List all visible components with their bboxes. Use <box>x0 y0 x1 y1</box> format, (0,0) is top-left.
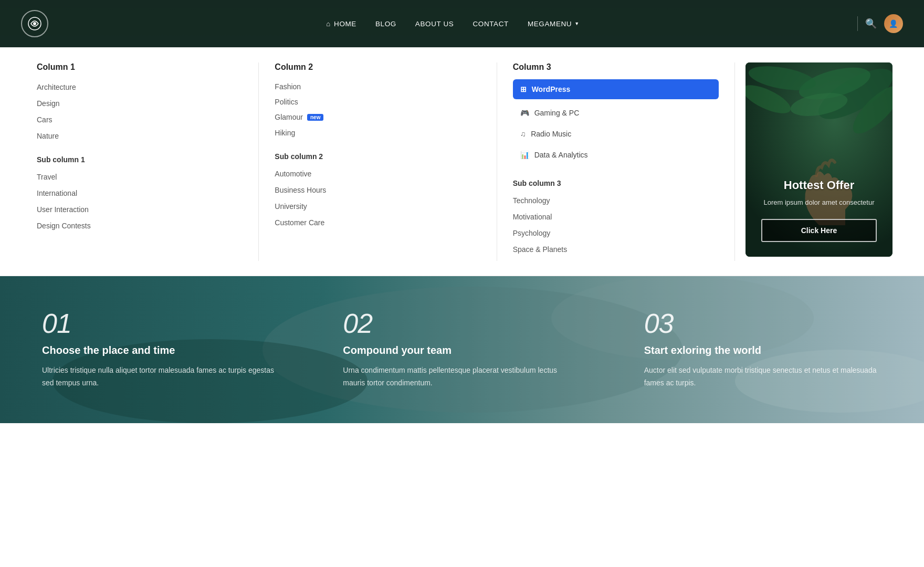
list-item[interactable]: Nature <box>37 131 243 141</box>
svg-point-1 <box>33 22 36 25</box>
search-icon[interactable]: 🔍 <box>865 18 877 29</box>
feature-item-3: 03 Start exloring the world Auctor elit … <box>613 308 882 390</box>
mega-col-2: Column 2 Fashion Politics Glamour new Hi… <box>259 62 497 261</box>
list-item[interactable]: Cars <box>37 115 243 124</box>
list-item[interactable]: Hiking <box>275 128 480 138</box>
wordpress-icon: ⊞ <box>520 85 527 93</box>
sub-col3-title: Sub column 3 <box>513 179 719 187</box>
list-item[interactable]: Business Hours <box>275 185 480 195</box>
list-item[interactable]: User Interaction <box>37 205 243 214</box>
list-item[interactable]: Automotive <box>275 169 480 178</box>
sub-col3-section: Sub column 3 Technology Motivational Psy… <box>513 179 719 254</box>
feature-desc-3: Auctor elit sed vulputate morbi tristiqu… <box>644 364 882 390</box>
list-item[interactable]: Travel <box>37 172 243 182</box>
col3-title: Column 3 <box>513 62 719 72</box>
logo-icon <box>27 16 43 32</box>
feature-desc-2: Urna condimentum mattis pellentesque pla… <box>343 364 581 390</box>
mega-col-1: Column 1 Architecture Design Cars Nature… <box>32 62 259 261</box>
feature-number-3: 03 <box>644 308 882 339</box>
radio-label: Radio Music <box>531 130 571 138</box>
promo-cta-button[interactable]: Click Here <box>761 219 877 242</box>
promo-card: Hottest Offer Lorem ipsum dolor amet con… <box>746 62 892 257</box>
mega-col-3: Column 3 ⊞ WordPress 🎮 Gaming & PC ♫ Rad… <box>497 62 735 261</box>
nav-links: ⌂ HOME BLOG ABOUT US CONTACT MEGAMENU ▼ <box>318 16 587 32</box>
list-item[interactable]: University <box>275 202 480 211</box>
list-item[interactable]: Psychology <box>513 228 719 238</box>
list-item[interactable]: Design Contests <box>37 221 243 230</box>
navbar: ⌂ HOME BLOG ABOUT US CONTACT MEGAMENU ▼ <box>0 0 924 47</box>
sub-col1-section: Sub column 1 Travel International User I… <box>37 155 243 230</box>
nav-blog[interactable]: BLOG <box>367 16 405 32</box>
list-item[interactable]: International <box>37 188 243 198</box>
megamenu: Column 1 Architecture Design Cars Nature… <box>0 47 924 276</box>
logo[interactable] <box>21 10 48 37</box>
feature-number-2: 02 <box>343 308 581 339</box>
promo-content: Hottest Offer Lorem ipsum dolor amet con… <box>749 178 889 243</box>
col1-title: Column 1 <box>37 62 243 72</box>
gamepad-icon: 🎮 <box>520 109 529 117</box>
home-icon: ⌂ <box>326 20 331 28</box>
wordpress-label: WordPress <box>532 85 571 93</box>
feature-item-1: 01 Choose the place and time Ultricies t… <box>42 308 311 390</box>
radio-item[interactable]: ♫ Radio Music <box>513 124 719 143</box>
analytics-item[interactable]: 📊 Data & Analytics <box>513 145 719 164</box>
list-item[interactable]: Motivational <box>513 212 719 222</box>
list-item[interactable]: Architecture <box>37 82 243 92</box>
list-item[interactable]: Politics <box>275 98 480 106</box>
list-item[interactable]: Fashion <box>275 82 480 91</box>
col2-title: Column 2 <box>275 62 480 72</box>
feature-title-1: Choose the place and time <box>42 343 280 357</box>
list-item[interactable]: Space & Planets <box>513 245 719 254</box>
nav-megamenu[interactable]: MEGAMENU ▼ <box>519 16 588 32</box>
promo-text: Lorem ipsum dolor amet consectetur <box>761 197 877 208</box>
sub-col2-title: Sub column 2 <box>275 152 480 161</box>
nav-contact[interactable]: CONTACT <box>464 16 517 32</box>
feature-item-2: 02 Compound your team Urna condimentum m… <box>311 308 612 390</box>
list-item[interactable]: Technology <box>513 196 719 205</box>
list-item[interactable]: Glamour new <box>275 113 480 121</box>
nav-divider <box>857 16 858 31</box>
wordpress-item[interactable]: ⊞ WordPress <box>513 79 719 99</box>
gaming-label: Gaming & PC <box>534 109 580 117</box>
feature-title-3: Start exloring the world <box>644 343 882 357</box>
feature-title-2: Compound your team <box>343 343 581 357</box>
music-icon: ♫ <box>520 130 526 138</box>
new-badge: new <box>307 114 323 121</box>
list-item[interactable]: Design <box>37 99 243 108</box>
nav-about[interactable]: ABOUT US <box>407 16 463 32</box>
nav-right: 🔍 👤 <box>857 14 903 33</box>
list-item[interactable]: Customer Care <box>275 218 480 227</box>
gaming-item[interactable]: 🎮 Gaming & PC <box>513 103 719 122</box>
promo-col: Hottest Offer Lorem ipsum dolor amet con… <box>735 62 892 261</box>
feature-number-1: 01 <box>42 308 280 339</box>
nav-home[interactable]: ⌂ HOME <box>318 16 365 32</box>
features-section: 01 Choose the place and time Ultricies t… <box>0 276 924 423</box>
avatar-icon: 👤 <box>889 19 898 28</box>
avatar[interactable]: 👤 <box>884 14 903 33</box>
sub-col2-section: Sub column 2 Automotive Business Hours U… <box>275 152 480 227</box>
analytics-label: Data & Analytics <box>534 151 588 159</box>
chevron-down-icon: ▼ <box>574 21 580 26</box>
chart-icon: 📊 <box>520 151 529 159</box>
promo-title: Hottest Offer <box>761 178 877 192</box>
sub-col1-title: Sub column 1 <box>37 155 243 164</box>
feature-desc-1: Ultricies tristique nulla aliquet tortor… <box>42 364 280 390</box>
